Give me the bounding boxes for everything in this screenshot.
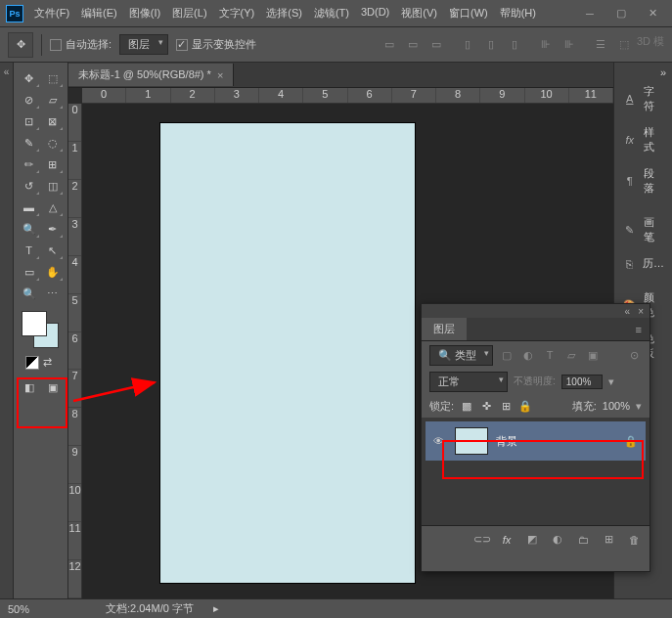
layer-thumbnail[interactable] xyxy=(455,427,488,455)
zoom-level[interactable]: 50% xyxy=(8,603,86,615)
panel-history[interactable]: ⎘历… xyxy=(614,250,672,277)
layer-mask-icon[interactable]: ◩ xyxy=(524,533,540,546)
crop-tool-icon[interactable]: ⊡ xyxy=(19,111,40,131)
zoom-tool-icon[interactable]: 🔍 xyxy=(19,284,40,303)
align-icon[interactable]: ▭ xyxy=(426,34,447,56)
blend-mode-dropdown[interactable]: 正常 xyxy=(429,372,508,392)
filter-pixel-icon[interactable]: ▢ xyxy=(499,349,515,362)
quick-mask-icon[interactable]: ▣ xyxy=(42,377,64,397)
blur-tool-icon[interactable]: △ xyxy=(42,198,64,217)
default-colors-icon[interactable] xyxy=(25,356,39,370)
opacity-value[interactable]: 100% xyxy=(561,375,603,389)
lasso-tool-icon[interactable]: ⊘ xyxy=(19,90,40,110)
panel-collapse-icon[interactable]: « xyxy=(625,306,631,317)
maximize-button[interactable]: ▢ xyxy=(607,4,635,23)
panel-close-icon[interactable]: × xyxy=(638,306,644,317)
align-icon[interactable]: ▭ xyxy=(379,34,400,56)
menu-file[interactable]: 文件(F) xyxy=(29,3,74,23)
eraser-tool-icon[interactable]: ◫ xyxy=(42,176,64,196)
menu-view[interactable]: 视图(V) xyxy=(396,3,442,23)
layer-row[interactable]: 👁 背景 🔒 xyxy=(426,421,646,461)
menu-select[interactable]: 选择(S) xyxy=(261,3,307,23)
lock-pixels-icon[interactable]: ▩ xyxy=(460,400,473,413)
canvas[interactable] xyxy=(160,123,415,583)
layer-name[interactable]: 背景 xyxy=(496,434,616,449)
polygon-lasso-icon[interactable]: ▱ xyxy=(42,90,64,110)
adjustment-layer-icon[interactable]: ◐ xyxy=(550,533,565,546)
quick-select-icon[interactable]: ◌ xyxy=(42,133,64,153)
link-layers-icon[interactable]: ⊂⊃ xyxy=(473,533,489,546)
screen-mode-icon[interactable]: ◧ xyxy=(19,377,40,397)
status-more-icon[interactable]: ▸ xyxy=(213,602,219,615)
distribute-icon[interactable]: ⊪ xyxy=(535,34,557,56)
align-icon[interactable]: ▯ xyxy=(504,34,525,56)
close-button[interactable]: ✕ xyxy=(639,4,666,23)
shape-tool-icon[interactable]: ▭ xyxy=(19,262,40,282)
filter-type-icon[interactable]: T xyxy=(542,349,558,361)
slice-tool-icon[interactable]: ⊠ xyxy=(42,111,64,131)
delete-layer-icon[interactable]: 🗑 xyxy=(626,534,642,546)
pen-tool-icon[interactable]: ✒ xyxy=(42,219,64,239)
left-collapse-strip[interactable]: « xyxy=(0,63,14,598)
foreground-color-swatch[interactable] xyxy=(22,311,47,336)
menu-3d[interactable]: 3D(D) xyxy=(356,3,394,23)
filter-smart-icon[interactable]: ▣ xyxy=(585,349,601,362)
layer-fx-icon[interactable]: fx xyxy=(499,534,515,546)
auto-select-checkbox[interactable]: 自动选择: xyxy=(50,37,112,52)
clone-stamp-icon[interactable]: ⊞ xyxy=(42,154,64,174)
panel-brushes[interactable]: ✎画笔 xyxy=(614,209,672,250)
dodge-tool-icon[interactable]: 🔍 xyxy=(19,219,40,239)
align-icon[interactable]: ▯ xyxy=(480,34,502,56)
color-swatch[interactable] xyxy=(22,311,61,350)
path-select-icon[interactable]: ↖ xyxy=(42,241,64,260)
filter-adjust-icon[interactable]: ◐ xyxy=(520,349,536,362)
history-brush-icon[interactable]: ↺ xyxy=(19,176,40,196)
panel-paragraph[interactable]: ¶段落 xyxy=(614,160,672,201)
history-icon: ⎘ xyxy=(622,258,637,270)
show-transform-label: 显示变换控件 xyxy=(192,37,256,52)
filter-type-dropdown[interactable]: 🔍 类型 xyxy=(429,345,493,366)
lock-artboard-icon[interactable]: ⊞ xyxy=(499,400,513,413)
menu-window[interactable]: 窗口(W) xyxy=(444,3,493,23)
new-layer-icon[interactable]: ⊞ xyxy=(601,533,616,546)
3d-mode-icon[interactable]: ⬚ xyxy=(613,34,635,56)
layers-tab[interactable]: 图层 xyxy=(422,318,467,340)
hand-tool-icon[interactable]: ✋ xyxy=(42,262,64,282)
menu-image[interactable]: 图像(I) xyxy=(124,3,165,23)
menu-edit[interactable]: 编辑(E) xyxy=(76,3,122,23)
brush-tool-icon[interactable]: ✏ xyxy=(19,154,40,174)
panel-menu-icon[interactable]: ≡ xyxy=(628,324,650,335)
group-icon[interactable]: 🗀 xyxy=(575,534,591,546)
close-tab-icon[interactable]: × xyxy=(217,69,223,81)
document-tab[interactable]: 未标题-1 @ 50%(RGB/8#) * × xyxy=(68,64,234,86)
show-transform-checkbox[interactable]: 显示变换控件 xyxy=(176,37,256,52)
swap-colors-icon[interactable]: ⇄ xyxy=(43,356,57,370)
panel-character[interactable]: A字符 xyxy=(614,78,672,119)
document-info[interactable]: 文档:2.04M/0 字节 xyxy=(106,601,194,616)
move-tool-icon[interactable]: ✥ xyxy=(19,68,40,88)
align-icon[interactable]: ▭ xyxy=(402,34,424,56)
filter-toggle-icon[interactable]: ⊙ xyxy=(626,349,642,362)
menu-filter[interactable]: 滤镜(T) xyxy=(309,3,354,23)
visibility-icon[interactable]: 👁 xyxy=(433,435,447,447)
filter-shape-icon[interactable]: ▱ xyxy=(563,349,579,362)
panel-styles[interactable]: fx样式 xyxy=(614,119,672,160)
move-tool-preset-icon[interactable]: ✥ xyxy=(8,32,33,58)
gradient-tool-icon[interactable]: ▬ xyxy=(19,198,40,217)
fill-value[interactable]: 100% xyxy=(603,400,630,412)
auto-select-dropdown[interactable]: 图层 xyxy=(119,34,168,55)
type-tool-icon[interactable]: T xyxy=(19,241,40,260)
menu-type[interactable]: 文字(Y) xyxy=(214,3,260,23)
align-icon[interactable]: ☰ xyxy=(590,34,611,56)
edit-toolbar-icon[interactable]: ⋯ xyxy=(42,284,64,303)
lock-all-icon[interactable]: 🔒 xyxy=(518,400,532,413)
expand-panels-icon[interactable]: » xyxy=(660,66,666,78)
marquee-tool-icon[interactable]: ⬚ xyxy=(42,68,64,88)
align-icon[interactable]: ▯ xyxy=(457,34,478,56)
lock-position-icon[interactable]: ✜ xyxy=(479,400,493,413)
eyedropper-tool-icon[interactable]: ✎ xyxy=(19,133,40,153)
menu-help[interactable]: 帮助(H) xyxy=(495,3,541,23)
menu-layer[interactable]: 图层(L) xyxy=(167,3,211,23)
minimize-button[interactable]: ─ xyxy=(576,4,604,23)
distribute-icon[interactable]: ⊪ xyxy=(559,34,580,56)
